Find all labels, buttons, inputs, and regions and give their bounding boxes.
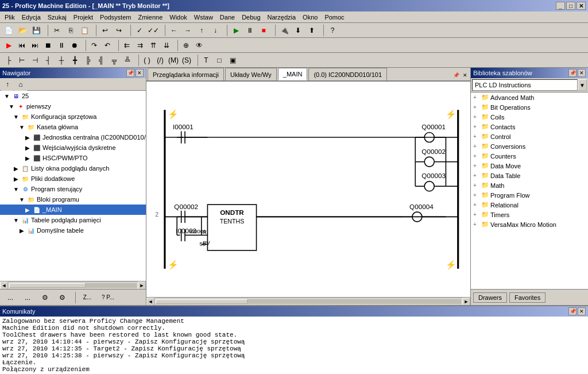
- save-button[interactable]: 💾: [30, 24, 42, 37]
- menu-narzedzia[interactable]: Narzędzia: [264, 13, 300, 22]
- maximize-button[interactable]: □: [566, 2, 575, 10]
- center-scroll-left[interactable]: ◄: [146, 298, 154, 306]
- msg-close-button[interactable]: ✕: [578, 307, 586, 315]
- expand-icon-kas[interactable]: ▼: [17, 122, 26, 132]
- library-dropdown-display[interactable]: PLC LD Instructions: [472, 79, 578, 91]
- arrow-up-btn[interactable]: ↑: [195, 24, 208, 37]
- copy-button[interactable]: ⎘: [64, 24, 77, 37]
- nav-foot-btn4[interactable]: ⚙: [54, 291, 70, 304]
- expand-icon-io[interactable]: ▶: [23, 143, 32, 152]
- connect-button[interactable]: 🔌: [278, 24, 291, 37]
- tb2-btn3[interactable]: ⏭: [29, 39, 41, 52]
- menu-szukaj[interactable]: Szukaj: [44, 13, 70, 22]
- download-button[interactable]: ⬇: [292, 24, 304, 37]
- tb2-btn1[interactable]: ▶: [2, 39, 15, 52]
- tb2-btn5[interactable]: ⏸: [55, 39, 68, 52]
- menu-zmienne[interactable]: Zmienne: [134, 13, 166, 22]
- center-scroll-right[interactable]: ►: [462, 298, 470, 306]
- lib-item-advmath[interactable]: + 📁 Advanced Math: [471, 92, 588, 102]
- tree-node-pliki[interactable]: ▶ 📁 Pliki dodatkowe: [0, 173, 146, 184]
- drawers-button[interactable]: Drawers: [473, 292, 507, 303]
- nav-foot-btn3[interactable]: ⚙: [37, 291, 53, 304]
- tb2-step2[interactable]: ↶: [101, 39, 114, 52]
- tree-node-main[interactable]: ▶ 📄 _MAIN: [0, 205, 146, 215]
- menu-wstaw[interactable]: Wstaw: [191, 13, 216, 22]
- tree-node-hsc[interactable]: ▶ ⬛ HSC/PWM/PTO: [0, 153, 146, 163]
- tb2-btn2[interactable]: ⏮: [16, 39, 28, 52]
- tb3-box2[interactable]: ▣: [226, 54, 239, 67]
- lib-item-conversions[interactable]: + 📁 Conversions: [471, 141, 588, 151]
- tb3-btn7[interactable]: ╠: [82, 54, 94, 67]
- tb2-watch[interactable]: 👁: [193, 39, 206, 52]
- scroll-left-btn[interactable]: ◄: [0, 282, 8, 290]
- tb3-btn3[interactable]: ⊣: [29, 54, 41, 67]
- tree-node-25[interactable]: ▼ 🖥 25: [0, 91, 146, 101]
- tb2-arr2[interactable]: ⇉: [134, 39, 146, 52]
- hscroll-thumb[interactable]: [9, 283, 86, 288]
- expand-icon-dom[interactable]: ▶: [17, 226, 26, 235]
- tb2-btn4[interactable]: ⏹: [42, 39, 55, 52]
- lib-item-contacts[interactable]: + 📁 Contacts: [471, 122, 588, 132]
- expand-icon-p[interactable]: ▼: [7, 102, 16, 111]
- tb3-coil2[interactable]: (/): [154, 54, 167, 67]
- menu-debug[interactable]: Debug: [238, 13, 264, 22]
- redo-button[interactable]: ↪: [113, 24, 125, 37]
- nav-pin-button[interactable]: 📌: [126, 69, 134, 77]
- nav-foot-btn5[interactable]: Z...: [78, 291, 96, 304]
- arrow-left-btn[interactable]: ←: [168, 24, 180, 37]
- scroll-right-btn[interactable]: ►: [138, 282, 146, 290]
- tree-node-domyslne[interactable]: ▶ 📊 Domyślne tabele: [0, 225, 146, 236]
- tree-node-tabele[interactable]: ▼ 📊 Tabele podglądu pamięci: [0, 215, 146, 225]
- tree-node-kaseta[interactable]: ▼ 📁 Kaseta główna: [0, 122, 146, 132]
- tb2-arr3[interactable]: ⇈: [147, 39, 160, 52]
- tb3-btn4[interactable]: ┤: [42, 54, 55, 67]
- tree-node-io[interactable]: ▶ ⬛ Wejścia/wyjścia dyskretne: [0, 142, 146, 153]
- tab-main[interactable]: _MAIN: [278, 68, 308, 80]
- arrow-down-btn[interactable]: ↓: [209, 24, 222, 37]
- paste-button[interactable]: 📋: [78, 24, 91, 37]
- tb3-text[interactable]: T: [200, 54, 212, 67]
- tb3-btn10[interactable]: ╩: [121, 54, 134, 67]
- tb2-arr1[interactable]: ⇇: [121, 39, 133, 52]
- expand-icon-prog[interactable]: ▼: [11, 184, 21, 194]
- tb3-btn5[interactable]: ┼: [55, 54, 68, 67]
- tb3-btn1[interactable]: ├: [2, 54, 15, 67]
- expand-icon-cpu[interactable]: ▶: [23, 133, 32, 142]
- expand-icon-25[interactable]: ▼: [2, 91, 11, 101]
- menu-projekt[interactable]: Projekt: [70, 13, 96, 22]
- tree-node-bloki[interactable]: ▼ 📁 Bloki programu: [0, 194, 146, 205]
- tb3-btn9[interactable]: ╦: [108, 54, 121, 67]
- lib-item-counters[interactable]: + 📁 Counters: [471, 151, 588, 161]
- expand-icon-hsc[interactable]: ▶: [23, 153, 32, 163]
- tree-node-cpu[interactable]: ▶ ⬛ Jednostka centralna (IC200NDD010/: [0, 132, 146, 142]
- undo-button[interactable]: ↩: [99, 24, 111, 37]
- tb3-btn8[interactable]: ╣: [95, 54, 107, 67]
- lib-item-coils[interactable]: + 📁 Coils: [471, 112, 588, 122]
- tb3-btn6[interactable]: ╋: [68, 54, 81, 67]
- menu-okno[interactable]: Okno: [299, 13, 321, 22]
- tree-node-konfig[interactable]: ▼ 📁 Konfiguracja sprzętowa: [0, 111, 146, 122]
- tab-ic200[interactable]: (0.0) IC200NDD010/101: [308, 68, 387, 80]
- ladder-area[interactable]: I00001 Q00001 Q00002: [146, 82, 470, 297]
- tb2-btn6[interactable]: ⏺: [68, 39, 81, 52]
- tb3-coil1[interactable]: ( ): [141, 54, 153, 67]
- expand-icon-pliki[interactable]: ▶: [11, 174, 21, 183]
- lib-item-datamove[interactable]: + 📁 Data Move: [471, 161, 588, 171]
- expand-icon-k[interactable]: ▼: [11, 112, 21, 121]
- nav-foot-btn2[interactable]: ...: [20, 291, 36, 304]
- cut-button[interactable]: ✂: [51, 24, 63, 37]
- tree-node-program[interactable]: ▼ ⚙ Program sterujący: [0, 184, 146, 194]
- nav-close-button[interactable]: ✕: [136, 69, 144, 77]
- tb3-coil3[interactable]: (M): [167, 54, 180, 67]
- tb3-coil4[interactable]: (S): [180, 54, 193, 67]
- tb2-arr4[interactable]: ⇊: [160, 39, 173, 52]
- tab-close-btn[interactable]: ✕: [461, 71, 469, 79]
- tab-pin-btn[interactable]: 📌: [452, 71, 460, 79]
- help-button[interactable]: ?: [326, 24, 339, 37]
- tb2-break[interactable]: ⊕: [180, 39, 192, 52]
- check-button[interactable]: ✓: [133, 24, 146, 37]
- menu-edycja[interactable]: Edycja: [18, 13, 44, 22]
- tb3-btn2[interactable]: ⊢: [16, 54, 28, 67]
- library-dropdown-btn[interactable]: ▼: [578, 79, 587, 91]
- nav-up-button[interactable]: ↑: [1, 78, 14, 91]
